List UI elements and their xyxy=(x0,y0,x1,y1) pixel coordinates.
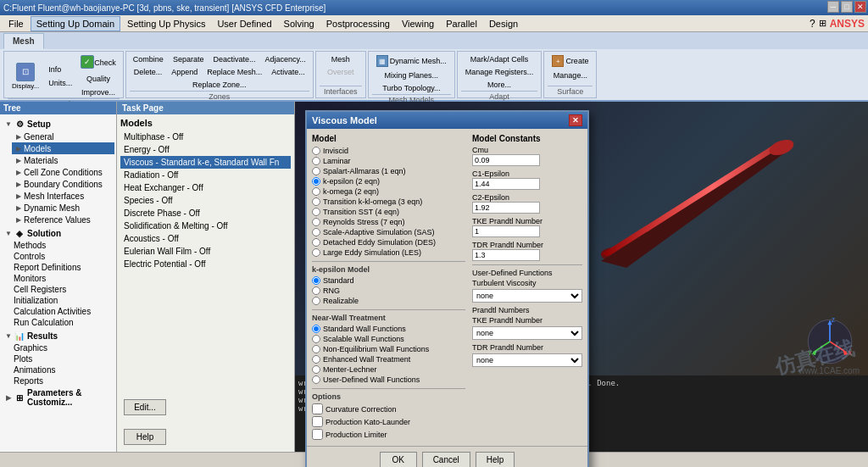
check-button[interactable]: ✓ Check xyxy=(77,53,120,71)
task-energy[interactable]: Energy - Off xyxy=(120,143,291,156)
dialog-cancel-button[interactable]: Cancel xyxy=(422,452,470,467)
task-heat-exchanger[interactable]: Heat Exchanger - Off xyxy=(120,181,291,194)
combine-button[interactable]: Combine xyxy=(130,53,167,65)
menu-file[interactable]: File xyxy=(3,17,29,31)
tree-methods[interactable]: Methods xyxy=(12,240,114,251)
solution-toggle[interactable]: ▼ xyxy=(3,228,14,238)
minimize-button[interactable]: ─ xyxy=(827,1,839,13)
tree-boundary[interactable]: ▶ Boundary Conditions xyxy=(12,178,114,190)
separate-button[interactable]: Separate xyxy=(170,53,208,65)
improve-button[interactable]: Improve... xyxy=(78,86,119,98)
setup-toggle[interactable]: ▼ xyxy=(3,119,14,129)
menu-design[interactable]: Design xyxy=(484,17,523,31)
deactivate-button[interactable]: Deactivate... xyxy=(209,53,259,65)
tree-calc-activities[interactable]: Calculation Activities xyxy=(12,306,114,317)
task-help-button[interactable]: Help xyxy=(124,429,166,445)
tdr-prandtl-select[interactable]: none xyxy=(472,353,582,367)
radio-kepsilon[interactable]: k-epsilon (2 eqn) xyxy=(312,176,465,186)
menu-postprocessing[interactable]: Postprocessing xyxy=(321,17,395,31)
tree-models[interactable]: ▶ Models xyxy=(12,142,114,154)
maximize-button[interactable]: □ xyxy=(841,1,853,13)
radio-standard-wall[interactable]: Standard Wall Functions xyxy=(312,324,465,334)
radio-les[interactable]: Large Eddy Simulation (LES) xyxy=(312,247,465,258)
tree-reference-values[interactable]: ▶ Reference Values xyxy=(12,214,114,225)
overset-button[interactable]: Overset xyxy=(323,66,359,78)
tree-plots[interactable]: Plots xyxy=(12,353,114,364)
check-production-limiter[interactable]: Production Limiter xyxy=(312,428,465,441)
units-button[interactable]: Units... xyxy=(45,77,75,89)
replace-zone-button[interactable]: Replace Zone... xyxy=(189,79,250,91)
tree-controls[interactable]: Controls xyxy=(12,251,114,262)
turb-viscosity-select[interactable]: none xyxy=(472,289,582,303)
tree-general[interactable]: ▶ General xyxy=(12,131,114,142)
tree-graphics[interactable]: Graphics xyxy=(12,342,114,353)
radio-realizable[interactable]: Realizable xyxy=(312,296,465,306)
menu-setup-physics[interactable]: Setting Up Physics xyxy=(122,17,210,31)
create-surface-button[interactable]: + Create xyxy=(548,53,593,69)
menu-solving[interactable]: Solving xyxy=(279,17,320,31)
c2eps-input[interactable] xyxy=(472,202,540,214)
task-edit-button[interactable]: Edit... xyxy=(124,399,166,415)
tdr-prandtl-input[interactable] xyxy=(472,249,540,261)
task-discrete-phase[interactable]: Discrete Phase - Off xyxy=(120,207,291,220)
tree-section-params[interactable]: ▶ ⊞ Parameters & Customiz... xyxy=(2,386,114,408)
task-viscous[interactable]: Viscous - Standard k-e, Standard Wall Fn xyxy=(120,156,291,169)
menu-parallel[interactable]: Parallel xyxy=(441,17,482,31)
radio-ud-wall[interactable]: User-Defined Wall Functions xyxy=(312,375,465,385)
radio-reynolds[interactable]: Reynolds Stress (7 eqn) xyxy=(312,217,465,227)
radio-standard[interactable]: Standard xyxy=(312,275,465,286)
delete-button[interactable]: Delete... xyxy=(131,66,166,78)
manage-registers-button[interactable]: Manage Registers... xyxy=(461,66,538,78)
radio-menter[interactable]: Menter-Lechner xyxy=(312,364,465,375)
radio-laminar[interactable]: Laminar xyxy=(312,156,465,166)
cmu-input[interactable] xyxy=(472,154,540,166)
tke-prandtl-select[interactable]: none xyxy=(472,326,582,340)
check-production-kato[interactable]: Production Kato-Launder xyxy=(312,415,465,428)
tree-run-calc[interactable]: Run Calculation xyxy=(12,317,114,328)
tree-reports[interactable]: Reports xyxy=(12,375,114,386)
menu-setup-domain[interactable]: Setting Up Domain xyxy=(31,16,120,31)
adapt-more-button[interactable]: More... xyxy=(483,79,515,91)
mesh-interface-button[interactable]: Mesh xyxy=(327,53,354,65)
task-electric[interactable]: Electric Potential - Off xyxy=(120,258,291,270)
dialog-close-button[interactable]: ✕ xyxy=(569,114,582,126)
radio-komega[interactable]: k-omega (2 eqn) xyxy=(312,186,465,197)
options-icon[interactable]: ⊞ xyxy=(819,18,826,29)
tree-dynamic-mesh[interactable]: ▶ Dynamic Mesh xyxy=(12,202,114,214)
quality-button[interactable]: Quality xyxy=(83,73,114,85)
help-icon[interactable]: ? xyxy=(810,18,815,30)
check-curvature[interactable]: Curvature Correction xyxy=(312,403,465,415)
results-toggle[interactable]: ▼ xyxy=(3,331,14,341)
menu-viewing[interactable]: Viewing xyxy=(397,17,439,31)
tree-section-setup[interactable]: ▼ ⚙ Setup xyxy=(2,116,114,131)
radio-inviscid[interactable]: Inviscid xyxy=(312,146,465,156)
tree-initialization[interactable]: Initialization xyxy=(12,295,114,306)
dialog-help-button[interactable]: Help xyxy=(476,452,515,467)
append-button[interactable]: Append xyxy=(168,66,201,78)
radio-transition-kklomega[interactable]: Transition k-kl-omega (3 eqn) xyxy=(312,197,465,207)
tree-materials[interactable]: ▶ Materials xyxy=(12,154,114,166)
radio-noneq-wall[interactable]: Non-Equilibrium Wall Functions xyxy=(312,344,465,354)
tree-monitors[interactable]: Monitors xyxy=(12,273,114,284)
tree-report-defs[interactable]: Report Definitions xyxy=(12,262,114,273)
task-wall-film[interactable]: Eulerian Wall Film - Off xyxy=(120,245,291,258)
tree-animations[interactable]: Animations xyxy=(12,364,114,375)
dialog-ok-button[interactable]: OK xyxy=(380,452,417,467)
task-species[interactable]: Species - Off xyxy=(120,194,291,207)
radio-transition-sst[interactable]: Transition SST (4 eqn) xyxy=(312,207,465,217)
tree-section-solution[interactable]: ▼ ◈ Solution xyxy=(2,225,114,240)
task-radiation[interactable]: Radiation - Off xyxy=(120,169,291,181)
radio-sas[interactable]: Scale-Adaptive Simulation (SAS) xyxy=(312,227,465,237)
tree-cell-registers[interactable]: Cell Registers xyxy=(12,284,114,295)
tke-prandtl-input[interactable] xyxy=(472,225,540,237)
manage-surface-button[interactable]: Manage... xyxy=(549,69,592,81)
task-acoustics[interactable]: Acoustics - Off xyxy=(120,232,291,245)
display-button[interactable]: ⊡ Display... xyxy=(8,60,43,92)
c1eps-input[interactable] xyxy=(472,178,540,190)
radio-rng[interactable]: RNG xyxy=(312,286,465,296)
radio-spalart[interactable]: Spalart-Allmaras (1 eqn) xyxy=(312,166,465,176)
radio-des[interactable]: Detached Eddy Simulation (DES) xyxy=(312,237,465,247)
tree-cell-zone[interactable]: ▶ Cell Zone Conditions xyxy=(12,166,114,178)
tree-mesh-interfaces[interactable]: ▶ Mesh Interfaces xyxy=(12,190,114,202)
info-button[interactable]: Info xyxy=(45,64,75,75)
